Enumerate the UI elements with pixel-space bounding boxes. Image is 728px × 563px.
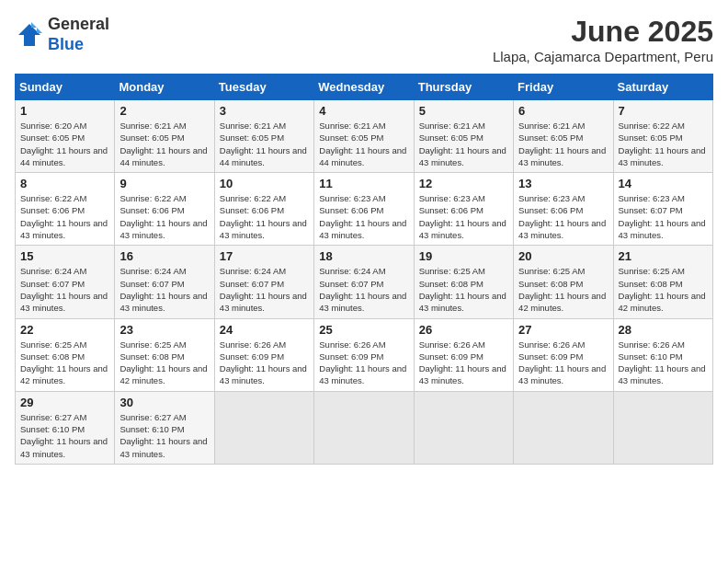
weekday-header-row: SundayMondayTuesdayWednesdayThursdayFrid… — [16, 75, 713, 100]
day-number: 10 — [220, 177, 309, 190]
day-number: 20 — [518, 249, 608, 263]
day-info: Sunrise: 6:25 AMSunset: 6:08 PMDaylight:… — [518, 265, 608, 314]
weekday-header-cell: Wednesday — [314, 75, 414, 100]
page-header: General Blue June 2025 Llapa, Cajamarca … — [15, 15, 713, 64]
day-info: Sunrise: 6:25 AMSunset: 6:08 PMDaylight:… — [119, 339, 209, 387]
logo-icon — [15, 20, 44, 50]
calendar-week-row: 8Sunrise: 6:22 AMSunset: 6:06 PMDaylight… — [16, 173, 713, 246]
day-info: Sunrise: 6:27 AMSunset: 6:10 PMDaylight:… — [20, 411, 109, 460]
day-number: 6 — [518, 104, 608, 118]
day-number: 23 — [119, 323, 209, 337]
calendar-cell: 29Sunrise: 6:27 AMSunset: 6:10 PMDayligh… — [16, 391, 115, 464]
day-info: Sunrise: 6:25 AMSunset: 6:08 PMDaylight:… — [419, 265, 508, 314]
calendar-cell: 18Sunrise: 6:24 AMSunset: 6:07 PMDayligh… — [314, 246, 414, 318]
weekday-header-cell: Friday — [514, 75, 613, 100]
day-info: Sunrise: 6:25 AMSunset: 6:08 PMDaylight:… — [619, 265, 708, 314]
day-number: 22 — [20, 323, 109, 337]
svg-marker-0 — [18, 24, 40, 46]
day-info: Sunrise: 6:21 AMSunset: 6:05 PMDaylight:… — [419, 120, 508, 168]
day-info: Sunrise: 6:26 AMSunset: 6:10 PMDaylight:… — [619, 339, 708, 387]
day-info: Sunrise: 6:24 AMSunset: 6:07 PMDaylight:… — [20, 265, 109, 314]
calendar-week-row: 15Sunrise: 6:24 AMSunset: 6:07 PMDayligh… — [16, 246, 713, 318]
calendar-cell: 27Sunrise: 6:26 AMSunset: 6:09 PMDayligh… — [514, 318, 613, 391]
day-info: Sunrise: 6:21 AMSunset: 6:05 PMDaylight:… — [220, 120, 309, 168]
calendar-cell: 6Sunrise: 6:21 AMSunset: 6:05 PMDaylight… — [514, 100, 613, 173]
day-number: 4 — [319, 104, 408, 118]
day-number: 19 — [419, 249, 508, 263]
month-title: June 2025 — [493, 15, 713, 49]
calendar-cell: 16Sunrise: 6:24 AMSunset: 6:07 PMDayligh… — [115, 246, 214, 318]
weekday-header-cell: Monday — [115, 75, 214, 100]
day-info: Sunrise: 6:24 AMSunset: 6:07 PMDaylight:… — [119, 265, 209, 314]
calendar-cell — [314, 391, 414, 464]
day-number: 30 — [119, 396, 209, 409]
logo: General Blue — [15, 15, 109, 54]
calendar-cell: 9Sunrise: 6:22 AMSunset: 6:06 PMDaylight… — [115, 173, 214, 246]
day-number: 27 — [518, 323, 608, 337]
calendar-cell: 19Sunrise: 6:25 AMSunset: 6:08 PMDayligh… — [414, 246, 513, 318]
day-info: Sunrise: 6:26 AMSunset: 6:09 PMDaylight:… — [518, 339, 608, 387]
day-info: Sunrise: 6:23 AMSunset: 6:06 PMDaylight:… — [518, 192, 608, 241]
calendar-cell — [214, 391, 313, 464]
calendar-cell: 8Sunrise: 6:22 AMSunset: 6:06 PMDaylight… — [16, 173, 115, 246]
day-number: 8 — [20, 177, 109, 190]
calendar-cell: 7Sunrise: 6:22 AMSunset: 6:05 PMDaylight… — [613, 100, 712, 173]
calendar-cell: 1Sunrise: 6:20 AMSunset: 6:05 PMDaylight… — [16, 100, 115, 173]
calendar-cell: 3Sunrise: 6:21 AMSunset: 6:05 PMDaylight… — [214, 100, 313, 173]
calendar-cell: 2Sunrise: 6:21 AMSunset: 6:05 PMDaylight… — [115, 100, 214, 173]
day-number: 11 — [319, 177, 408, 190]
day-info: Sunrise: 6:21 AMSunset: 6:05 PMDaylight:… — [319, 120, 408, 168]
day-number: 5 — [419, 104, 508, 118]
day-number: 17 — [220, 249, 309, 263]
day-info: Sunrise: 6:24 AMSunset: 6:07 PMDaylight:… — [319, 265, 408, 314]
day-number: 25 — [319, 323, 408, 337]
calendar-cell: 24Sunrise: 6:26 AMSunset: 6:09 PMDayligh… — [214, 318, 313, 391]
day-info: Sunrise: 6:23 AMSunset: 6:06 PMDaylight:… — [419, 192, 508, 241]
weekday-header-cell: Thursday — [414, 75, 513, 100]
calendar-week-row: 22Sunrise: 6:25 AMSunset: 6:08 PMDayligh… — [16, 318, 713, 391]
day-number: 12 — [419, 177, 508, 190]
day-number: 9 — [119, 177, 209, 190]
calendar-body: 1Sunrise: 6:20 AMSunset: 6:05 PMDaylight… — [16, 100, 713, 465]
day-info: Sunrise: 6:26 AMSunset: 6:09 PMDaylight:… — [319, 339, 408, 387]
calendar-cell: 20Sunrise: 6:25 AMSunset: 6:08 PMDayligh… — [514, 246, 613, 318]
calendar-cell: 25Sunrise: 6:26 AMSunset: 6:09 PMDayligh… — [314, 318, 414, 391]
day-number: 1 — [20, 104, 109, 118]
calendar-week-row: 29Sunrise: 6:27 AMSunset: 6:10 PMDayligh… — [16, 391, 713, 464]
day-info: Sunrise: 6:22 AMSunset: 6:05 PMDaylight:… — [619, 120, 708, 168]
calendar-cell — [414, 391, 513, 464]
title-area: June 2025 Llapa, Cajamarca Department, P… — [493, 15, 713, 64]
calendar-cell: 23Sunrise: 6:25 AMSunset: 6:08 PMDayligh… — [115, 318, 214, 391]
calendar-cell: 13Sunrise: 6:23 AMSunset: 6:06 PMDayligh… — [514, 173, 613, 246]
calendar-cell: 4Sunrise: 6:21 AMSunset: 6:05 PMDaylight… — [314, 100, 414, 173]
calendar-week-row: 1Sunrise: 6:20 AMSunset: 6:05 PMDaylight… — [16, 100, 713, 173]
calendar-cell: 30Sunrise: 6:27 AMSunset: 6:10 PMDayligh… — [115, 391, 214, 464]
day-number: 26 — [419, 323, 508, 337]
logo-text: General Blue — [48, 15, 109, 54]
weekday-header-cell: Tuesday — [214, 75, 313, 100]
logo-blue: Blue — [48, 35, 84, 53]
logo-general: General — [48, 15, 109, 33]
day-number: 24 — [220, 323, 309, 337]
day-info: Sunrise: 6:24 AMSunset: 6:07 PMDaylight:… — [220, 265, 309, 314]
day-number: 7 — [619, 104, 708, 118]
calendar-cell: 10Sunrise: 6:22 AMSunset: 6:06 PMDayligh… — [214, 173, 313, 246]
day-number: 15 — [20, 249, 109, 263]
calendar-cell: 22Sunrise: 6:25 AMSunset: 6:08 PMDayligh… — [16, 318, 115, 391]
day-info: Sunrise: 6:21 AMSunset: 6:05 PMDaylight:… — [518, 120, 608, 168]
calendar-cell: 11Sunrise: 6:23 AMSunset: 6:06 PMDayligh… — [314, 173, 414, 246]
calendar-cell: 14Sunrise: 6:23 AMSunset: 6:07 PMDayligh… — [613, 173, 712, 246]
calendar-cell: 12Sunrise: 6:23 AMSunset: 6:06 PMDayligh… — [414, 173, 513, 246]
calendar-cell: 15Sunrise: 6:24 AMSunset: 6:07 PMDayligh… — [16, 246, 115, 318]
calendar-cell: 5Sunrise: 6:21 AMSunset: 6:05 PMDaylight… — [414, 100, 513, 173]
day-number: 3 — [220, 104, 309, 118]
day-number: 16 — [119, 249, 209, 263]
day-number: 13 — [518, 177, 608, 190]
day-number: 28 — [619, 323, 708, 337]
day-number: 18 — [319, 249, 408, 263]
location-title: Llapa, Cajamarca Department, Peru — [493, 49, 713, 64]
day-number: 14 — [619, 177, 708, 190]
calendar-cell: 21Sunrise: 6:25 AMSunset: 6:08 PMDayligh… — [613, 246, 712, 318]
day-info: Sunrise: 6:23 AMSunset: 6:06 PMDaylight:… — [319, 192, 408, 241]
day-info: Sunrise: 6:25 AMSunset: 6:08 PMDaylight:… — [20, 339, 109, 387]
